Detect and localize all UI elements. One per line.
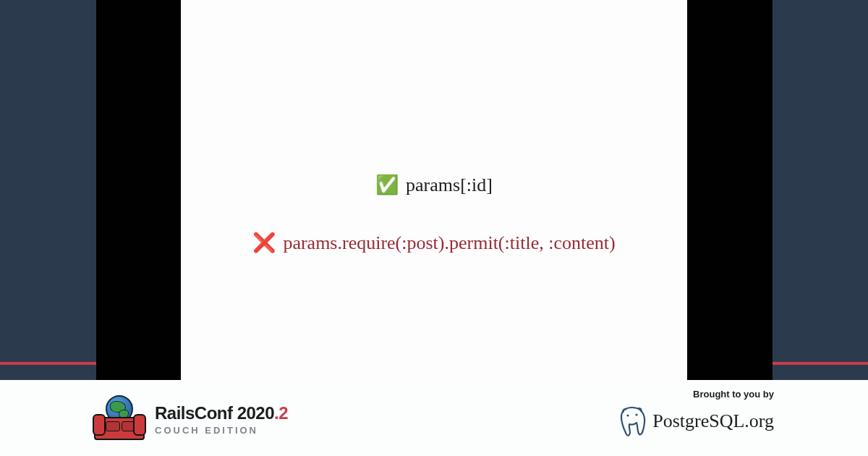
conference-title-accent: .2 <box>274 403 288 423</box>
conference-branding: RailsConf 2020.2 COUCH EDITION <box>94 398 288 440</box>
page-root: ✅params[:id] ❌params.require(:post).perm… <box>0 0 868 456</box>
cross-icon: ❌ <box>252 232 276 253</box>
conference-title: RailsConf 2020.2 <box>155 403 288 423</box>
check-icon: ✅ <box>375 174 399 195</box>
railsconf-logo <box>94 398 145 440</box>
slide-line-good-text: params[:id] <box>406 174 493 195</box>
slide-line-bad-text: params.require(:post).permit(:title, :co… <box>283 232 615 253</box>
conference-title-main: RailsConf 2020 <box>155 403 274 423</box>
conference-text: RailsConf 2020.2 COUCH EDITION <box>155 403 288 436</box>
stage-background: ✅params[:id] ❌params.require(:post).perm… <box>0 0 868 380</box>
postgresql-elephant-icon <box>618 405 647 437</box>
slide-line-bad: ❌params.require(:post).permit(:title, :c… <box>181 232 687 254</box>
sponsor-name: PostgreSQL.org <box>652 410 774 432</box>
video-letterbox[interactable]: ✅params[:id] ❌params.require(:post).perm… <box>96 0 773 380</box>
presentation-slide: ✅params[:id] ❌params.require(:post).perm… <box>181 0 687 380</box>
sponsor-intro: Brought to you by <box>618 389 774 400</box>
slide-line-good: ✅params[:id] <box>181 174 687 196</box>
conference-subtitle: COUCH EDITION <box>155 425 288 436</box>
svg-point-1 <box>636 413 638 415</box>
sponsor-block: Brought to you by PostgreSQL.org <box>618 389 774 437</box>
couch-icon <box>94 417 145 440</box>
svg-point-0 <box>627 414 629 416</box>
footer: RailsConf 2020.2 COUCH EDITION Brought t… <box>0 380 868 456</box>
sponsor-row[interactable]: PostgreSQL.org <box>618 405 774 437</box>
